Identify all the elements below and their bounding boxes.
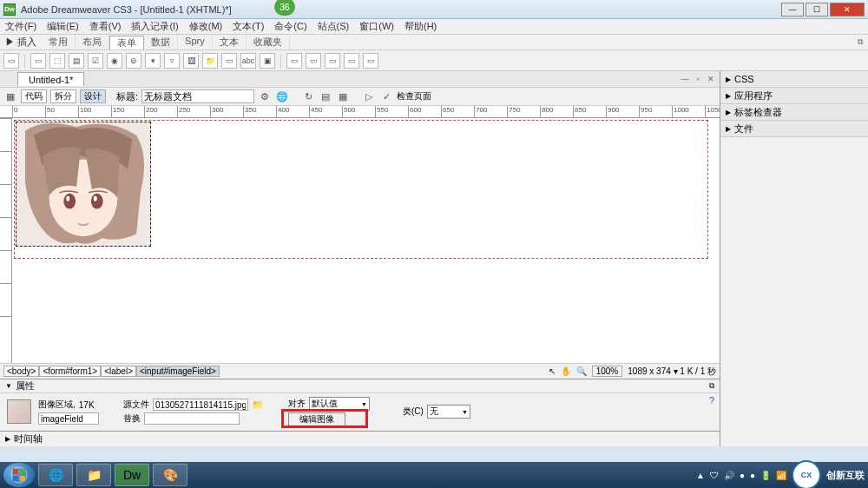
ruler-tick: 0: [12, 106, 17, 118]
panel-files[interactable]: ▶文件: [720, 121, 868, 136]
design-canvas[interactable]: [12, 118, 720, 363]
image-field-selected[interactable]: [16, 122, 151, 247]
insert-tab-spry[interactable]: Spry: [178, 36, 213, 49]
menu-site[interactable]: 站点(S): [318, 20, 350, 33]
imagefield-name-input[interactable]: [38, 412, 99, 425]
spry1-icon[interactable]: ▭: [286, 53, 302, 69]
tray-icon[interactable]: ●: [740, 471, 745, 480]
spry2-icon[interactable]: ▭: [306, 53, 321, 69]
folder-icon[interactable]: 📁: [252, 399, 264, 411]
tray-icon[interactable]: 📶: [776, 471, 786, 480]
align-select[interactable]: 默认值▼: [309, 397, 370, 411]
insert-label[interactable]: ▶ 插入: [0, 36, 42, 49]
hand-icon[interactable]: ✋: [561, 366, 571, 376]
zoom-value[interactable]: 100%: [592, 366, 623, 377]
tag-label[interactable]: <label>: [101, 366, 136, 377]
menu-file[interactable]: 文件(F): [5, 20, 36, 33]
hidden-icon[interactable]: ⬚: [49, 53, 65, 69]
imagefield-icon[interactable]: 🖼: [183, 53, 199, 69]
tag-form[interactable]: <form#form1>: [39, 366, 101, 377]
tray-icon[interactable]: ●: [750, 471, 755, 480]
insert-expand-icon[interactable]: ⧉: [858, 37, 863, 47]
tray-icon[interactable]: ▲: [696, 471, 705, 480]
edit-image-button[interactable]: 编辑图像: [288, 412, 345, 426]
globe-icon[interactable]: 🌐: [275, 89, 289, 103]
textarea-icon[interactable]: ▤: [69, 53, 84, 69]
insert-tab-fav[interactable]: 收藏夹: [247, 36, 290, 49]
insert-tab-text[interactable]: 文本: [213, 36, 247, 49]
spry4-icon[interactable]: ▭: [344, 53, 359, 69]
tray-icon[interactable]: 🔊: [724, 471, 734, 480]
panel-tag-inspector[interactable]: ▶标签检查器: [720, 104, 868, 120]
refresh-icon[interactable]: ↻: [301, 89, 315, 103]
help-icon[interactable]: ?: [709, 395, 714, 406]
tray-icon[interactable]: 🔋: [760, 471, 771, 480]
code-view-button[interactable]: 代码: [21, 89, 47, 103]
form-icon[interactable]: ▭: [3, 53, 19, 69]
menu-commands[interactable]: 命令(C): [274, 20, 306, 33]
insert-toolbar-tabs: ▶ 插入 常用 布局 表单 数据 Spry 文本 收藏夹 ⧉: [0, 35, 868, 50]
start-button[interactable]: [3, 463, 35, 487]
zoom-icon[interactable]: 🔍: [576, 366, 587, 376]
validate-icon[interactable]: ✓: [379, 89, 393, 103]
insert-tab-data[interactable]: 数据: [144, 36, 178, 49]
spry5-icon[interactable]: ▭: [363, 53, 378, 69]
layout-icon[interactable]: ▦: [3, 89, 17, 103]
design-view-button[interactable]: 设计: [80, 89, 106, 103]
pointer-icon[interactable]: ↖: [549, 366, 556, 376]
tag-input[interactable]: <input#imageField>: [136, 366, 220, 377]
document-tab[interactable]: Untitled-1*: [17, 72, 84, 86]
panel-css[interactable]: ▶CSS: [720, 71, 868, 87]
window-size[interactable]: 1089 x 374 ▾ 1 K / 1 秒: [628, 366, 716, 378]
label-icon[interactable]: abc: [240, 53, 256, 69]
preview-icon[interactable]: ▦: [336, 89, 350, 103]
doc-minimize-icon[interactable]: —: [680, 74, 690, 84]
maximize-button[interactable]: ☐: [806, 3, 828, 16]
doc-restore-icon[interactable]: ▫: [693, 74, 703, 84]
tag-body[interactable]: <body>: [3, 366, 39, 377]
visual-aids-icon[interactable]: ▷: [362, 89, 376, 103]
task-explorer[interactable]: 📁: [76, 464, 111, 486]
minimize-button[interactable]: —: [781, 3, 804, 16]
panel-menu-icon[interactable]: ⧉: [709, 381, 714, 391]
class-select[interactable]: 无▼: [427, 405, 470, 419]
split-view-button[interactable]: 拆分: [50, 89, 76, 103]
jumpmenu-icon[interactable]: ▿: [164, 53, 180, 69]
radio-icon[interactable]: ◉: [107, 53, 122, 69]
insert-tab-forms[interactable]: 表单: [109, 36, 144, 49]
task-dreamweaver[interactable]: Dw: [115, 464, 149, 486]
ruler-tick: 1050: [705, 106, 720, 118]
filefield-icon[interactable]: 📁: [202, 53, 218, 69]
properties-header[interactable]: ▼ 属性 ⧉: [0, 379, 720, 393]
page-title-input[interactable]: [141, 89, 254, 103]
textfield-icon[interactable]: ▭: [30, 53, 46, 69]
ruler-horizontal: 0 50 100 150 200 250 300 350 400 450 500…: [0, 106, 720, 118]
task-paint[interactable]: 🎨: [153, 464, 187, 486]
radiogroup-icon[interactable]: ⊚: [126, 53, 141, 69]
close-button[interactable]: ✕: [830, 3, 865, 16]
tray-icon[interactable]: 🛡: [710, 471, 719, 480]
doc-close-icon[interactable]: ✕: [706, 74, 716, 84]
browser-check-icon[interactable]: ⚙: [258, 89, 272, 103]
fieldset-icon[interactable]: ▣: [260, 53, 275, 69]
timeline-panel[interactable]: ▶ 时间轴: [0, 431, 720, 446]
button-icon[interactable]: ▭: [221, 53, 237, 69]
menu-edit[interactable]: 编辑(E): [47, 20, 79, 33]
menu-modify[interactable]: 修改(M): [189, 20, 223, 33]
menu-text[interactable]: 文本(T): [233, 20, 264, 33]
insert-tab-common[interactable]: 常用: [42, 36, 76, 49]
file-mgmt-icon[interactable]: ▤: [319, 89, 332, 103]
alt-input[interactable]: [144, 412, 240, 425]
spry3-icon[interactable]: ▭: [325, 53, 340, 69]
menu-help[interactable]: 帮助(H): [404, 20, 437, 33]
check-page-label[interactable]: 检查页面: [397, 90, 431, 102]
panel-app[interactable]: ▶应用程序: [720, 88, 868, 103]
src-input[interactable]: [153, 399, 248, 411]
select-icon[interactable]: ▾: [145, 53, 161, 69]
task-ie[interactable]: 🌐: [38, 464, 73, 486]
checkbox-icon[interactable]: ☑: [88, 53, 103, 69]
menu-window[interactable]: 窗口(W): [359, 20, 394, 33]
menu-insert[interactable]: 插入记录(I): [131, 20, 178, 33]
menu-view[interactable]: 查看(V): [89, 20, 122, 33]
insert-tab-layout[interactable]: 布局: [76, 36, 109, 49]
